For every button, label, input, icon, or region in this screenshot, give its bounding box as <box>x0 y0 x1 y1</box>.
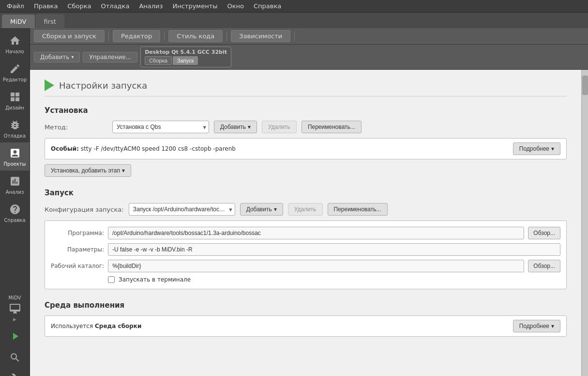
terminal-label: Запускать в терминале <box>119 276 191 283</box>
page-title-row: Настройки запуска <box>45 79 567 96</box>
add-step-button[interactable]: Установка, добавить этап ▾ <box>45 164 131 177</box>
edit-icon <box>8 62 22 76</box>
menu-build[interactable]: Сборка <box>62 1 96 11</box>
separator3 <box>226 31 227 41</box>
run-icon <box>45 79 54 91</box>
menu-edit[interactable]: Правка <box>29 1 62 11</box>
tab-code-style[interactable]: Стиль кода <box>168 30 223 42</box>
menu-help[interactable]: Справка <box>249 1 286 11</box>
sidebar-item-editor[interactable]: Редактор <box>0 58 30 86</box>
program-input[interactable] <box>108 227 524 239</box>
menu-debug[interactable]: Отладка <box>96 1 135 11</box>
sidebar-item-debug[interactable]: Отладка <box>0 114 30 142</box>
manage-button[interactable]: Управление... <box>83 52 137 63</box>
run-delete-button[interactable]: Удалить <box>288 203 323 216</box>
scrollbar[interactable] <box>581 70 588 376</box>
menu-tools[interactable]: Инструменты <box>167 1 222 11</box>
menu-window[interactable]: Окно <box>222 1 249 11</box>
svg-rect-3 <box>15 97 19 101</box>
sidebar-item-projects[interactable]: Проекты <box>0 142 30 171</box>
scrollbar-thumb[interactable] <box>582 76 588 95</box>
install-more-button[interactable]: Подробнее ▾ <box>513 142 560 155</box>
sidebar-item-debug-bottom[interactable] <box>0 326 30 347</box>
tab-first[interactable]: first <box>36 15 64 28</box>
run-section: Запуск Конфигурация запуска: Запуск /opt… <box>45 188 567 289</box>
params-input[interactable] <box>108 243 560 256</box>
kit-toolbar: Добавить ▾ Управление... Desktop Qt 5.4.… <box>30 45 588 70</box>
wrench-icon <box>8 372 22 376</box>
sidebar-item-analyze[interactable]: Анализ <box>0 171 30 199</box>
sidebar-item-design[interactable]: Дизайн <box>0 86 30 114</box>
browse-program-button[interactable]: Обзор... <box>528 227 560 239</box>
menu-file[interactable]: Файл <box>2 1 29 11</box>
params-label: Параметры: <box>51 246 104 253</box>
run-rename-button[interactable]: Переименовать... <box>328 203 388 216</box>
kit-action-buttons: Сборка Запуск <box>145 56 227 65</box>
kit-name: Desktop Qt 5.4.1 GCC 32bit <box>145 49 227 55</box>
tab-midv[interactable]: MiDV <box>2 15 35 28</box>
design-icon <box>8 90 22 104</box>
menubar: Файл Правка Сборка Отладка Анализ Инстру… <box>0 0 588 13</box>
browse-workdir-button[interactable]: Обзор... <box>528 260 560 272</box>
install-rename-button[interactable]: Переименовать... <box>302 121 362 133</box>
install-add-button[interactable]: Добавить ▾ <box>214 121 257 133</box>
projects-icon <box>8 146 22 160</box>
sidebar-label-projects: Проекты <box>4 161 26 167</box>
tab-dependencies[interactable]: Зависимости <box>231 30 290 42</box>
main-layout: Начало Редактор Дизайн Отладка Проекты <box>0 28 588 376</box>
sidebar: Начало Редактор Дизайн Отладка Проекты <box>0 28 30 376</box>
add-arrow-icon: ▾ <box>248 124 251 130</box>
page-content: Настройки запуска Установка Метод: Устан… <box>30 70 581 376</box>
sidebar-item-midv[interactable]: MiDV ▶ <box>0 291 30 326</box>
tab-editor-settings[interactable]: Редактор <box>113 30 160 42</box>
terminal-checkbox[interactable] <box>108 276 115 283</box>
help-icon <box>8 203 22 216</box>
install-delete-button[interactable]: Удалить <box>262 121 297 133</box>
analyze-icon <box>8 174 22 188</box>
tab-build-run[interactable]: Сборка и запуск <box>34 30 105 42</box>
env-text: Используется Среда сборки <box>51 323 141 329</box>
build-mode-button[interactable]: Сборка <box>145 56 172 65</box>
menu-analyze[interactable]: Анализ <box>134 1 167 11</box>
monitor-icon <box>8 302 22 315</box>
separator1 <box>108 31 109 41</box>
sidebar-label-home: Начало <box>5 49 24 54</box>
env-more-button[interactable]: Подробнее ▾ <box>513 320 560 332</box>
sidebar-item-home[interactable]: Начало <box>0 30 30 58</box>
method-select-wrapper: Установка с Qbs <box>112 121 209 133</box>
special-row: Особый: stty -F /dev/ttyACM0 speed 1200 … <box>45 138 567 159</box>
special-text: Особый: stty -F /dev/ttyACM0 speed 1200 … <box>51 145 236 152</box>
page-title: Настройки запуска <box>59 80 147 91</box>
program-label: Программа: <box>51 230 104 236</box>
separator2 <box>164 31 165 41</box>
run-add-arrow-icon: ▾ <box>274 206 277 213</box>
play-green-icon <box>8 329 22 343</box>
run-add-button[interactable]: Добавить ▾ <box>240 203 283 216</box>
sidebar-item-help[interactable]: Справка <box>0 199 30 227</box>
method-select[interactable]: Установка с Qbs <box>112 121 209 133</box>
run-title: Запуск <box>45 188 567 197</box>
page-area: Настройки запуска Установка Метод: Устан… <box>30 70 588 376</box>
env-row: Используется Среда сборки Подробнее ▾ <box>45 315 567 337</box>
sidebar-label-editor: Редактор <box>3 77 27 82</box>
env-section: Среда выполнения Используется Среда сбор… <box>45 301 567 337</box>
separator4 <box>294 31 295 41</box>
svg-rect-0 <box>11 93 15 96</box>
install-title: Установка <box>45 106 567 115</box>
method-row: Метод: Установка с Qbs Добавить ▾ Удалит… <box>45 121 567 133</box>
sidebar-item-wrench[interactable] <box>0 368 30 376</box>
workdir-input[interactable] <box>108 260 524 272</box>
run-mode-button[interactable]: Запуск <box>173 56 198 65</box>
config-select[interactable]: Запуск /opt/Arduino/hardware/toc… <box>129 203 235 216</box>
add-button[interactable]: Добавить ▾ <box>34 52 80 63</box>
env-title: Среда выполнения <box>45 301 567 310</box>
svg-rect-1 <box>15 93 19 96</box>
home-icon <box>8 34 22 47</box>
program-form: Программа: Обзор... Параметры: Рабочий к… <box>45 220 567 289</box>
sidebar-item-search-bottom[interactable] <box>0 347 30 368</box>
params-row: Параметры: <box>51 243 560 256</box>
special-command: stty -F /dev/ttyACM0 speed 1200 cs8 -cst… <box>81 145 236 152</box>
midv-label: MiDV <box>9 295 21 300</box>
kit-tooltip-inner: Desktop Qt 5.4.1 GCC 32bit Сборка Запуск <box>145 49 227 65</box>
sidebar-label-help: Справка <box>4 218 25 223</box>
